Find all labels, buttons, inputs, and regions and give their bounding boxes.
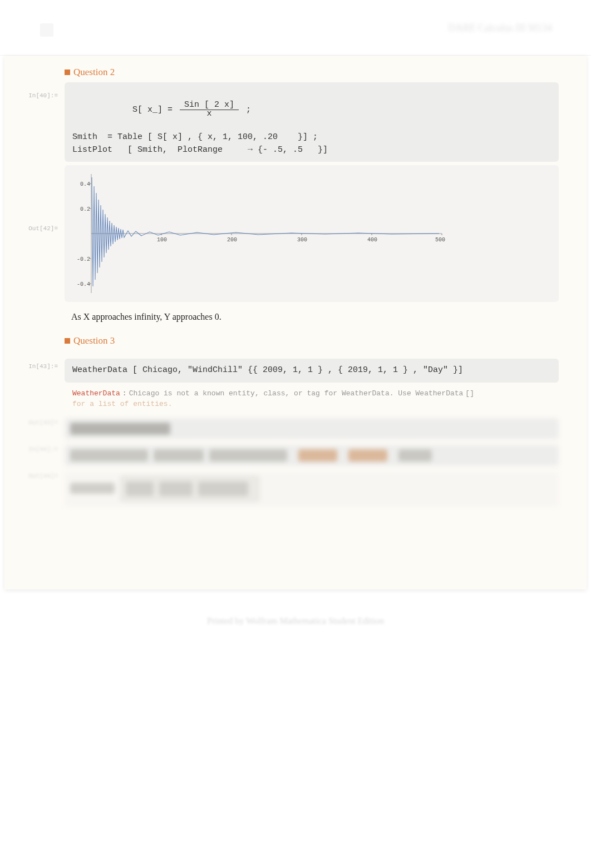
message-cell-q3: WeatherData : Chicago is not a known ent… [4, 385, 587, 413]
y-tick: -0.4 [77, 281, 90, 287]
code-text: ListPlot [ Smith, PlotRange → {- .5, .5 … [72, 144, 551, 157]
cell-label-in43: In[43]:= [4, 359, 65, 370]
page-icon [40, 23, 53, 37]
cell-label-in40: In[40]:= [4, 82, 65, 99]
page-header: DARE Calculus III M134 [0, 0, 591, 56]
blurred-content [65, 418, 559, 439]
blurred-content [65, 472, 559, 507]
code-block-q2[interactable]: S[ x_] = Sin [ 2 x]x ; Smith = Table [ S… [65, 82, 559, 162]
x-tick: 400 [367, 237, 377, 243]
input-cell-q3: In[43]:= WeatherData [ Chicago, "WindChi… [4, 359, 587, 383]
plot-series [92, 177, 439, 286]
header-caption: DARE Calculus III M134 [449, 22, 552, 34]
footer-caption: Printed by Wolfram Mathematica Student E… [0, 616, 591, 626]
x-tick: 100 [157, 237, 167, 243]
narrative-text-q2: As X approaches infinity, Y approaches 0… [71, 312, 587, 322]
fraction: Sin [ 2 x]x [180, 101, 239, 119]
code-text: WeatherData [ Chicago, "WindChill" {{ 20… [72, 365, 463, 375]
message-head: WeatherData [72, 389, 120, 398]
section-header-q3: Question 3 [65, 335, 587, 346]
y-tick: -0.2 [77, 256, 90, 262]
section-header-q2: Question 2 [65, 67, 587, 78]
code-block-q3[interactable]: WeatherData [ Chicago, "WindChill" {{ 20… [65, 359, 559, 383]
message-link[interactable]: for a list of entities. [72, 400, 172, 408]
input-cell-q2: In[40]:= S[ x_] = Sin [ 2 x]x ; Smith = … [4, 82, 587, 162]
y-tick: 0.2 [80, 206, 90, 212]
section-bullet-icon [65, 70, 70, 75]
x-tick: 500 [435, 237, 445, 243]
code-text: Smith = Table [ S[ x] , { x, 1, 100, .20… [72, 131, 551, 144]
listplot-chart: 0.4 0.2 -0.2 -0.4 100 [69, 170, 447, 297]
section-title-q3: Question 3 [73, 335, 115, 346]
fraction-denominator: x [203, 109, 216, 118]
cell-label-blurred: Out[44]= [4, 468, 65, 479]
message-colon: : [122, 389, 127, 398]
x-tick: 200 [227, 237, 237, 243]
blurred-content [65, 445, 559, 466]
code-text: S[ x_] = [132, 105, 178, 115]
y-tick: 0.4 [80, 181, 90, 187]
cell-label-blurred: In[44]:= [4, 442, 65, 453]
code-text: ; [241, 105, 251, 115]
blurred-input-row: In[44]:= [4, 442, 587, 466]
fraction-numerator: Sin [ 2 x] [180, 100, 239, 110]
message-brackets: [] [465, 389, 474, 398]
cell-label-out42: Out[42]= [4, 164, 65, 232]
blurred-output-row-2: Out[44]= [4, 468, 587, 507]
cell-label-blurred: Out[43]= [4, 415, 65, 426]
x-tick: 300 [297, 237, 307, 243]
blurred-output-row: Out[43]= [4, 415, 587, 439]
section-bullet-icon [65, 338, 70, 344]
cell-label-empty [4, 385, 65, 389]
section-title-q2: Question 2 [73, 67, 115, 78]
output-cell-q2: Out[42]= 0.4 0.2 -0.2 [4, 164, 587, 302]
message-body: Chicago is not a known entity, class, or… [129, 389, 464, 398]
document-body: Question 2 In[40]:= S[ x_] = Sin [ 2 x]x… [4, 56, 587, 589]
plot-output: 0.4 0.2 -0.2 -0.4 100 [65, 165, 559, 302]
error-message: WeatherData : Chicago is not a known ent… [65, 385, 559, 413]
